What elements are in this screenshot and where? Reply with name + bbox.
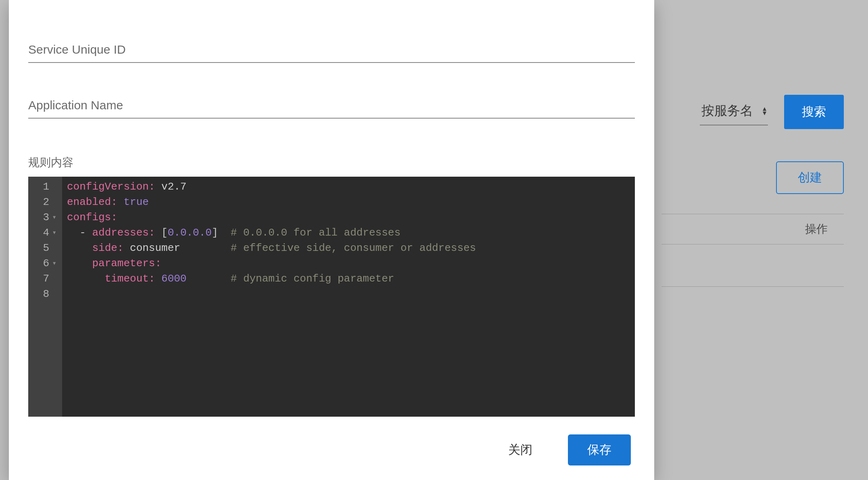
create-rule-dialog: 规则内容 123▾4▾56▾78 configVersion: v2.7enab…	[9, 0, 654, 480]
editor-gutter: 123▾4▾56▾78	[28, 177, 62, 417]
table-header: 操作	[661, 214, 844, 244]
gutter-line: 6▾	[37, 256, 56, 271]
gutter-line: 3▾	[37, 210, 56, 225]
code-line: configs:	[67, 210, 630, 225]
table-divider	[661, 286, 844, 287]
code-line	[67, 286, 630, 302]
filter-select-label: 按服务名	[701, 102, 753, 120]
gutter-line: 7	[37, 271, 56, 286]
code-line: configVersion: v2.7	[67, 179, 630, 194]
code-editor[interactable]: 123▾4▾56▾78 configVersion: v2.7enabled: …	[28, 177, 635, 417]
gutter-line: 1	[37, 179, 56, 194]
fold-icon[interactable]: ▾	[52, 225, 56, 240]
code-line: timeout: 6000 # dynamic config parameter	[67, 271, 630, 286]
rule-content-label: 规则内容	[28, 155, 635, 170]
gutter-line: 4▾	[37, 225, 56, 240]
dialog-actions: 关闭 保存	[28, 417, 635, 480]
service-id-input[interactable]	[28, 39, 635, 63]
fold-icon[interactable]: ▾	[52, 210, 56, 225]
application-name-field	[28, 94, 635, 119]
application-name-input[interactable]	[28, 94, 635, 119]
save-button[interactable]: 保存	[568, 434, 631, 465]
table-header-action: 操作	[805, 221, 828, 237]
gutter-line: 8	[37, 286, 56, 302]
gutter-line: 2	[37, 194, 56, 210]
code-line: side: consumer # effective side, consume…	[67, 240, 630, 256]
code-line: - addresses: [0.0.0.0] # 0.0.0.0 for all…	[67, 225, 630, 240]
fold-icon[interactable]: ▾	[52, 256, 56, 271]
code-line: enabled: true	[67, 194, 630, 210]
gutter-line: 5	[37, 240, 56, 256]
create-button[interactable]: 创建	[776, 161, 844, 194]
unfold-icon: ▴▾	[763, 106, 766, 115]
filter-select[interactable]: 按服务名 ▴▾	[700, 99, 768, 125]
code-line: parameters:	[67, 256, 630, 271]
search-button[interactable]: 搜索	[784, 95, 844, 129]
background-toolbar: 按服务名 ▴▾ 搜索	[700, 95, 844, 129]
close-button[interactable]: 关闭	[489, 434, 552, 465]
service-id-field	[28, 39, 635, 63]
editor-code-area[interactable]: configVersion: v2.7enabled: trueconfigs:…	[62, 177, 635, 417]
